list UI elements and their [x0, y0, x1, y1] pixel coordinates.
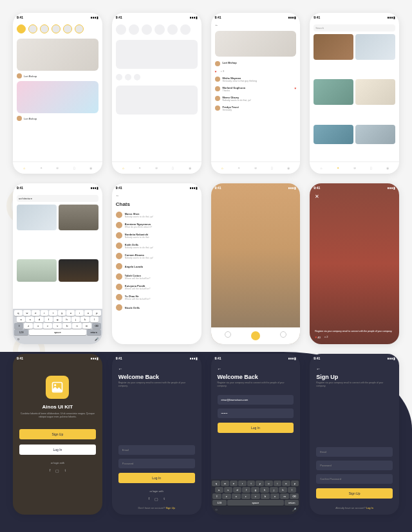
heart-icon[interactable]: ♥ — [294, 86, 296, 90]
back-icon[interactable]: ← — [310, 363, 399, 372]
comment[interactable]: Lori Bishop — [215, 59, 297, 68]
key[interactable]: d — [35, 316, 43, 322]
chat-item[interactable]: Angela Lozada — [112, 261, 201, 271]
likes[interactable]: ♥ 40 — [315, 335, 321, 339]
key[interactable]: o — [84, 310, 93, 316]
chat-item[interactable]: Carmen BizamaNobody wants to do that, yo… — [112, 251, 201, 261]
key[interactable]: h — [260, 487, 268, 493]
key-123[interactable]: 123 — [212, 500, 227, 506]
key[interactable]: e — [230, 481, 238, 486]
grid-image[interactable] — [314, 125, 353, 144]
twitter-icon[interactable]: t — [164, 497, 165, 501]
back-icon[interactable]: ← — [211, 22, 301, 28]
key[interactable]: g — [53, 316, 62, 322]
flip-icon[interactable] — [280, 331, 286, 338]
chat-item[interactable]: Marco ShenNobody wants to do that, yo! — [112, 210, 201, 220]
bookmark-icon[interactable]: ▯ — [270, 165, 275, 170]
email-field[interactable]: Email — [118, 445, 195, 455]
emoji-icon[interactable]: ☺ — [17, 337, 20, 341]
key-shift[interactable]: ⇧ — [14, 323, 23, 329]
key[interactable]: w — [23, 310, 32, 316]
password-field[interactable]: Password — [316, 461, 393, 470]
bookmark-icon[interactable]: ▯ — [171, 165, 176, 170]
key[interactable]: a — [215, 487, 223, 493]
key-return[interactable]: return — [285, 500, 299, 506]
signup-button[interactable]: Sign Up — [316, 488, 393, 499]
bookmark-icon[interactable]: ▯ — [368, 165, 373, 170]
key[interactable]: s — [224, 487, 232, 493]
emoji-icon[interactable]: ☺ — [215, 508, 218, 511]
grid-image[interactable] — [314, 34, 353, 60]
key[interactable]: e — [32, 310, 40, 316]
key[interactable]: n — [270, 493, 279, 499]
key[interactable]: k — [279, 487, 287, 493]
grid-image[interactable] — [17, 259, 57, 282]
key[interactable]: s — [26, 316, 34, 322]
login-button[interactable]: Log In — [118, 473, 195, 483]
compass-icon[interactable]: ✦ — [335, 165, 341, 170]
key[interactable]: v — [251, 493, 260, 499]
mic-icon[interactable]: 🎤 — [95, 337, 98, 341]
comment[interactable]: Fredya TrazziSeriously — [215, 104, 297, 113]
comment[interactable]: Memo GlaveyNobody wants to do that, yo! — [215, 94, 297, 104]
key[interactable]: z — [222, 493, 231, 499]
chat-item[interactable]: Nicole Orills — [112, 302, 201, 313]
key[interactable]: u — [265, 481, 273, 486]
password-field[interactable]: ••••••• — [218, 408, 294, 418]
grid-image[interactable] — [59, 205, 98, 230]
key[interactable]: t — [49, 310, 57, 316]
bookmark-icon[interactable]: ▯ — [71, 165, 77, 170]
key[interactable]: y — [58, 310, 66, 316]
key-return[interactable]: return — [87, 329, 101, 335]
back-icon[interactable]: ← — [211, 363, 301, 372]
facebook-icon[interactable]: f — [148, 497, 149, 501]
email-field[interactable]: Email — [316, 447, 393, 457]
key[interactable]: q — [212, 481, 220, 486]
story[interactable] — [40, 24, 49, 33]
profile-icon[interactable]: ◉ — [286, 165, 291, 170]
story[interactable] — [75, 24, 84, 33]
key[interactable]: v — [53, 323, 62, 329]
key[interactable]: a — [17, 316, 25, 322]
mic-icon[interactable]: 🎤 — [292, 508, 296, 511]
signup-button[interactable]: Sign Up — [19, 429, 96, 439]
grid-image[interactable] — [355, 125, 395, 144]
chat-item[interactable]: Kutvyona PenditWhere will the kickoff be… — [112, 282, 201, 292]
chat-item[interactable]: Taliah CottonWhere will the kickoff be? — [112, 271, 201, 282]
key[interactable]: t — [247, 481, 256, 486]
plus-icon[interactable]: ⊕ — [253, 165, 258, 170]
grid-image[interactable] — [355, 79, 395, 105]
key[interactable]: i — [75, 310, 84, 316]
key[interactable]: p — [291, 481, 299, 486]
key[interactable]: u — [66, 310, 75, 316]
instagram-icon[interactable]: ▢ — [154, 497, 158, 501]
comments[interactable]: ○ 2 — [324, 335, 328, 339]
chat-item[interactable]: Keith OrillsNobody wants to do that, yo! — [112, 241, 201, 251]
back-icon[interactable]: ← — [112, 192, 201, 199]
plus-icon[interactable]: ⊕ — [352, 165, 357, 170]
grid-image[interactable] — [59, 259, 98, 282]
confirm-password-field[interactable]: Confirm Password — [316, 474, 393, 484]
comment-icon[interactable]: ○ 3 — [220, 69, 224, 73]
profile-icon[interactable]: ◉ — [187, 165, 192, 170]
key[interactable]: f — [242, 487, 250, 493]
key[interactable]: h — [62, 316, 71, 322]
plus-icon[interactable]: ⊕ — [55, 165, 60, 170]
heart-icon[interactable]: ♥ — [215, 69, 217, 73]
key-space[interactable]: space — [227, 500, 285, 506]
avatar[interactable] — [17, 73, 22, 78]
key[interactable]: n — [72, 323, 81, 329]
profile-icon[interactable]: ◉ — [88, 165, 93, 170]
home-icon[interactable]: ⌂ — [121, 165, 126, 170]
story-me[interactable] — [17, 24, 26, 33]
story[interactable] — [52, 24, 61, 33]
shutter-button[interactable] — [251, 331, 260, 340]
key-space[interactable]: space — [29, 329, 86, 335]
post[interactable] — [17, 81, 98, 113]
key[interactable]: y — [256, 481, 264, 486]
facebook-icon[interactable]: f — [50, 468, 51, 473]
password-field[interactable]: Password — [118, 459, 195, 468]
grid-image[interactable] — [355, 34, 395, 60]
gallery-icon[interactable] — [225, 331, 231, 338]
key[interactable]: w — [221, 481, 229, 486]
